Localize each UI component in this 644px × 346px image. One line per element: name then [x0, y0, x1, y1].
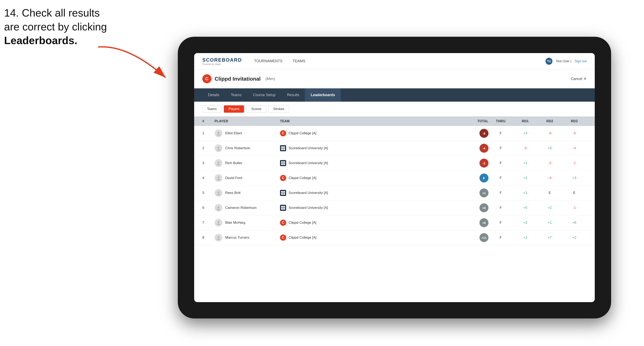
team-logo-clippd: C — [280, 220, 286, 226]
svg-point-9 — [218, 191, 220, 193]
rank-cell: 5 — [202, 191, 214, 195]
player-avatar — [214, 219, 222, 227]
user-label: Test User | — [556, 59, 571, 63]
tab-details[interactable]: Details — [202, 88, 225, 102]
svg-point-16 — [217, 238, 220, 240]
team-name: Scoreboard University [A] — [288, 191, 328, 195]
thru-cell: F — [488, 176, 513, 180]
total-cell: +6 — [456, 203, 488, 212]
rank-cell: 8 — [202, 236, 214, 240]
filter-bar: Teams Players Scores Strokes — [194, 102, 595, 117]
table-row[interactable]: 6 Cameron Robertson Scoreboard Universit… — [194, 200, 595, 215]
player-cell: Rich Butler — [214, 159, 280, 167]
thru-cell: F — [488, 236, 513, 240]
total-cell: +11 — [456, 233, 488, 242]
score-badge: E — [480, 173, 488, 182]
team-name: Scoreboard University [A] — [288, 146, 328, 150]
svg-point-2 — [217, 134, 220, 136]
col-total: TOTAL — [456, 119, 488, 123]
tab-teams[interactable]: Teams — [225, 88, 247, 102]
instruction-line3: Leaderboards. — [4, 34, 77, 46]
table-row[interactable]: 1 Elliot Ebert C Clippd College [A] -8 F… — [194, 126, 595, 141]
nav-tournaments[interactable]: TOURNAMENTS — [254, 58, 282, 64]
player-cell: Marcus Turners — [214, 234, 280, 241]
rd3-cell: +6 — [562, 221, 586, 225]
player-name: David Ford — [225, 176, 242, 180]
team-logo-scoreboard — [280, 190, 286, 196]
team-cell: C Clippd College [A] — [280, 175, 456, 181]
rd1-cell: +3 — [513, 131, 538, 135]
rd3-cell: +2 — [562, 236, 586, 240]
svg-point-1 — [218, 132, 220, 134]
rd1-cell: +2 — [513, 221, 538, 225]
table-row[interactable]: 2 Chris Robertson Scoreboard University … — [194, 141, 595, 156]
team-logo-clippd: C — [280, 235, 286, 241]
svg-point-14 — [217, 223, 220, 225]
player-name: Chris Robertson — [225, 146, 250, 150]
svg-point-6 — [217, 164, 220, 165]
score-badge: +6 — [480, 203, 488, 212]
table-row[interactable]: 5 Rees Britt Scoreboard University [A] +… — [194, 185, 595, 200]
nav-teams[interactable]: TEAMS — [293, 58, 305, 64]
player-cell: Blair McHarg — [214, 219, 280, 227]
rd2-cell: E — [538, 191, 562, 195]
tournament-gender: (Men) — [266, 77, 275, 81]
signout-link[interactable]: Sign out — [574, 59, 586, 63]
player-cell: Cameron Robertson — [214, 204, 280, 212]
tournament-title-area: C Clippd Invitational (Men) — [202, 74, 275, 83]
rd2-cell: +5 — [538, 146, 562, 150]
svg-point-8 — [217, 179, 220, 180]
filter-teams[interactable]: Teams — [202, 105, 221, 113]
logo-area: SCOREBOARD Powered by clippd — [202, 57, 242, 65]
team-name: Clippd College [A] — [288, 236, 316, 240]
rd2-cell: -6 — [538, 131, 562, 135]
cancel-button[interactable]: Cancel ✕ — [571, 77, 586, 81]
instruction-line1: 14. Check all results — [4, 7, 100, 19]
rd1-cell: +2 — [513, 236, 538, 240]
player-name: Cameron Robertson — [225, 206, 256, 210]
instruction-line2: are correct by clicking — [4, 21, 107, 33]
player-name: Elliot Ebert — [225, 131, 242, 135]
tab-course-setup[interactable]: Course Setup — [247, 88, 281, 102]
score-badge: +1 — [480, 188, 488, 197]
filter-strokes[interactable]: Strokes — [268, 105, 289, 113]
player-avatar — [214, 234, 222, 241]
rd2-cell: -2 — [538, 161, 562, 165]
filter-scores[interactable]: Scores — [246, 105, 266, 113]
team-cell: C Clippd College [A] — [280, 220, 456, 226]
team-cell: Scoreboard University [A] — [280, 145, 456, 151]
team-logo-clippd: C — [280, 175, 286, 181]
filter-players[interactable]: Players — [224, 105, 244, 113]
tournament-logo: C — [202, 74, 211, 83]
rd2-cell: -4 — [538, 176, 562, 180]
team-name: Clippd College [A] — [288, 221, 316, 225]
rd2-cell: +2 — [538, 206, 562, 210]
thru-cell: F — [488, 131, 513, 135]
logo-text: SCOREBOARD — [202, 57, 242, 63]
rank-cell: 6 — [202, 206, 214, 210]
player-name: Marcus Turners — [225, 236, 249, 240]
navbar: SCOREBOARD Powered by clippd TOURNAMENTS… — [194, 53, 595, 69]
table-row[interactable]: 7 Blair McHarg C Clippd College [A] +9 F… — [194, 215, 595, 230]
total-cell: +1 — [456, 188, 488, 197]
player-cell: David Ford — [214, 174, 280, 182]
col-team: TEAM — [280, 119, 456, 123]
thru-cell: F — [488, 206, 513, 210]
table-row[interactable]: 4 David Ford C Clippd College [A] E F +1… — [194, 171, 595, 185]
rd3-cell: -1 — [562, 161, 586, 165]
table-row[interactable]: 3 Rich Butler Scoreboard University [A] … — [194, 156, 595, 171]
tab-results[interactable]: Results — [281, 88, 305, 102]
player-name: Blair McHarg — [225, 221, 245, 225]
table-row[interactable]: 8 Marcus Turners C Clippd College [A] +1… — [194, 230, 595, 245]
tab-leaderboards[interactable]: Leaderboards — [305, 88, 341, 102]
rank-cell: 3 — [202, 161, 214, 165]
user-avatar: TU — [546, 58, 552, 65]
team-cell: Scoreboard University [A] — [280, 205, 456, 211]
svg-point-13 — [218, 221, 220, 223]
instruction-text: 14. Check all results are correct by cli… — [4, 6, 107, 48]
nav-right: TU Test User | Sign out — [546, 58, 586, 65]
player-cell: Elliot Ebert — [214, 129, 280, 137]
team-cell: C Clippd College [A] — [280, 130, 456, 136]
rd3-cell: +3 — [562, 176, 586, 180]
annotation-arrow — [88, 41, 190, 102]
